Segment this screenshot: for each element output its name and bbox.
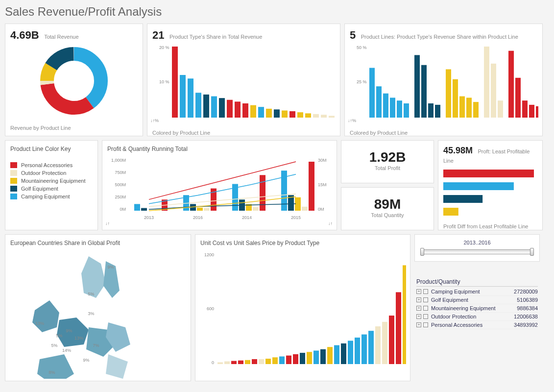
- svg-rect-27: [376, 86, 382, 118]
- page-title: Sales Revenue/Profit Analysis: [5, 5, 549, 19]
- svg-text:5%: 5%: [56, 333, 62, 338]
- legend-swatch: [10, 186, 17, 192]
- svg-rect-103: [238, 361, 243, 364]
- svg-rect-106: [259, 359, 264, 364]
- least-bar-chart[interactable]: [443, 165, 538, 219]
- svg-text:0: 0: [212, 360, 214, 365]
- share-ymid: 10 %: [159, 79, 169, 84]
- lines-caption: Colored by Product Line: [350, 130, 537, 136]
- svg-rect-127: [403, 265, 406, 364]
- expand-icon[interactable]: +: [416, 306, 421, 311]
- legend-label: Camping Equipment: [21, 194, 70, 199]
- svg-rect-69: [204, 208, 210, 211]
- kpi-lines-value: 5: [350, 29, 356, 41]
- total-profit-label: Total Profit: [346, 165, 429, 171]
- svg-rect-15: [250, 105, 256, 118]
- slider-thumb-left[interactable]: [420, 248, 424, 256]
- svg-text:1200: 1200: [204, 252, 214, 257]
- svg-rect-46: [522, 100, 528, 118]
- sort-icon-right[interactable]: ↓↑: [328, 221, 333, 226]
- svg-rect-39: [466, 98, 472, 118]
- checkbox-icon[interactable]: [423, 306, 428, 311]
- sort-icon[interactable]: ↓↑: [105, 221, 110, 226]
- tree-row[interactable]: +Camping Equipment27280009: [416, 288, 538, 296]
- slider-thumb-right[interactable]: [530, 248, 534, 256]
- svg-text:5%: 5%: [88, 292, 94, 296]
- tree-row[interactable]: +Outdoor Protection12006638: [416, 313, 538, 321]
- europe-map[interactable]: 9%5%3%13%9%5%13%7%14%5%9%8%: [10, 246, 187, 379]
- svg-text:13%: 13%: [74, 336, 83, 341]
- kpi-stack: 1.92B Total Profit 89M Total Quantity: [341, 140, 434, 230]
- svg-rect-22: [305, 113, 311, 118]
- legend-item[interactable]: Personal Accessories: [10, 162, 93, 168]
- running-chart[interactable]: 1,000M750M500M250M0M30M15M0M201320162014…: [107, 154, 333, 223]
- svg-rect-124: [382, 322, 387, 364]
- svg-text:0M: 0M: [120, 207, 126, 212]
- card-lines-share: 5 Product Lines: Product Type's Revenue …: [344, 24, 543, 136]
- checkbox-icon[interactable]: [423, 314, 428, 319]
- share-caption: Colored by Product Line: [152, 130, 335, 136]
- year-slider[interactable]: [421, 249, 533, 254]
- svg-rect-45: [515, 78, 521, 118]
- legend-item[interactable]: Outdoor Protection: [10, 170, 93, 176]
- least-caption: Profit Diff from Least Profitable Line: [443, 223, 537, 229]
- svg-rect-5: [172, 47, 178, 118]
- sort-icon[interactable]: ↓↑%: [150, 118, 159, 123]
- map-title: European Countries Share in Global Profi…: [10, 240, 186, 246]
- donut-caption: Revenue by Product Line: [10, 125, 138, 131]
- svg-rect-82: [443, 182, 514, 190]
- tree-panel: Product/Quantity +Camping Equipment27280…: [414, 276, 540, 331]
- lines-ymid: 25 %: [357, 79, 367, 84]
- unit-cost-chart[interactable]: 12006000: [200, 246, 406, 379]
- svg-rect-48: [536, 106, 538, 118]
- expand-icon[interactable]: +: [416, 322, 421, 327]
- checkbox-icon[interactable]: [423, 297, 428, 302]
- legend-swatch: [10, 170, 17, 176]
- svg-text:2014: 2014: [242, 215, 252, 220]
- total-profit-value: 1.92B: [369, 149, 406, 165]
- svg-rect-21: [297, 112, 303, 118]
- svg-rect-110: [286, 356, 291, 364]
- legend-item[interactable]: Golf Equipment: [10, 186, 93, 192]
- legend-item[interactable]: Camping Equipment: [10, 194, 93, 199]
- lines-bar-chart[interactable]: 50 % 25 %: [350, 42, 538, 125]
- donut-chart[interactable]: [10, 42, 138, 120]
- svg-rect-109: [279, 356, 285, 364]
- lines-ymax: 50 %: [357, 45, 367, 50]
- svg-rect-102: [231, 361, 237, 364]
- tree-row[interactable]: +Personal Accessories34893992: [416, 321, 538, 329]
- running-title: Profit & Quantity Running Total: [107, 146, 332, 152]
- checkbox-icon[interactable]: [423, 322, 428, 327]
- sort-icon[interactable]: ↓↑%: [348, 118, 356, 123]
- checkbox-icon[interactable]: [423, 289, 428, 294]
- svg-text:250M: 250M: [115, 195, 126, 199]
- svg-rect-121: [361, 335, 367, 365]
- card-share-revenue: 21 Product Type's Share in Total Revenue…: [147, 24, 340, 136]
- svg-rect-84: [443, 208, 458, 216]
- svg-rect-126: [396, 292, 401, 364]
- svg-rect-7: [188, 78, 193, 118]
- tree-header: Product/Quantity: [416, 278, 538, 287]
- svg-rect-112: [300, 353, 305, 364]
- row-2: Product Line Color Key Personal Accessor…: [5, 140, 549, 230]
- svg-rect-12: [227, 100, 233, 118]
- expand-icon[interactable]: +: [416, 297, 421, 302]
- total-qty-label: Total Quantity: [346, 212, 429, 218]
- svg-rect-116: [327, 347, 333, 364]
- expand-icon[interactable]: +: [416, 314, 421, 319]
- svg-text:500M: 500M: [115, 182, 126, 187]
- svg-rect-16: [258, 107, 264, 118]
- svg-rect-30: [397, 100, 402, 118]
- share-bar-chart[interactable]: 20 % 10 %: [152, 42, 336, 125]
- svg-rect-42: [491, 64, 496, 118]
- legend-item[interactable]: Mountaineering Equipment: [10, 178, 93, 184]
- legend-swatch: [10, 178, 17, 184]
- expand-icon[interactable]: +: [416, 289, 421, 294]
- tree-row[interactable]: +Golf Equipment5106389: [416, 296, 538, 304]
- tree-value: 27280009: [514, 289, 538, 294]
- legend-label: Golf Equipment: [21, 186, 58, 192]
- tree-row[interactable]: +Mountaineering Equipment9886384: [416, 304, 538, 313]
- slider-label: 2013..2016: [420, 240, 534, 245]
- kpi-total-revenue-label: Total Revenue: [44, 34, 78, 40]
- svg-rect-43: [498, 100, 503, 118]
